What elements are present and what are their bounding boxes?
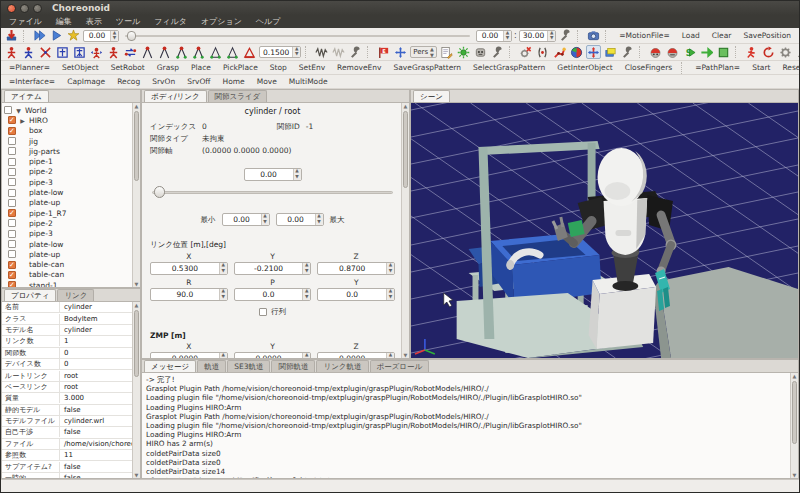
tab-SE3軌道[interactable]: SE3軌道 <box>227 360 270 372</box>
property-row[interactable]: ファイル/home/vision/choreon... <box>2 439 140 450</box>
tab-リンク[interactable]: リンク <box>57 289 94 301</box>
item-checkbox[interactable] <box>8 168 16 176</box>
property-row[interactable]: ルートリンクroot <box>2 370 140 381</box>
window-minimize-button[interactable] <box>20 4 29 13</box>
time-slider[interactable] <box>125 30 470 42</box>
toolbar-button-pathplan[interactable]: =PathPlan= <box>690 62 745 73</box>
boxed-blue-1-icon[interactable] <box>55 45 70 59</box>
property-row[interactable]: ベースリンクroot <box>2 382 140 393</box>
item-checkbox[interactable] <box>8 230 16 238</box>
item-checkbox[interactable]: ✓ <box>8 281 16 287</box>
tree-item-jig-parts[interactable]: jig-parts <box>4 146 140 156</box>
projection-select[interactable]: Pers▲▼ <box>410 46 437 58</box>
pose-red-3-icon[interactable] <box>106 45 121 59</box>
matrix-checkbox[interactable] <box>259 308 267 316</box>
toolbar-button-pickplace[interactable]: PickPlace <box>218 62 263 73</box>
item-checkbox[interactable] <box>8 189 16 197</box>
tab-ボディ/リンク[interactable]: ボディ/リンク <box>144 90 207 102</box>
property-row[interactable]: デバイス数0 <box>2 359 140 370</box>
item-checkbox[interactable] <box>8 158 16 166</box>
property-row[interactable]: リンク数1 <box>2 336 140 347</box>
toolbar-button-clear[interactable]: Clear <box>707 30 737 41</box>
tab-メッセージ[interactable]: メッセージ <box>144 360 196 372</box>
figure-red-1-icon[interactable] <box>140 45 155 59</box>
menu-編集[interactable]: 編集 <box>56 16 72 27</box>
property-row[interactable]: 名前cylinder <box>2 302 140 313</box>
burst-icon[interactable] <box>66 29 81 43</box>
property-row[interactable]: 関節数0 <box>2 348 140 359</box>
boxed-blue-2-icon[interactable] <box>72 45 87 59</box>
wrench-icon[interactable] <box>558 29 573 43</box>
ff-icon[interactable] <box>32 29 47 43</box>
property-row[interactable]: 自己干渉false <box>2 427 140 438</box>
cross-arrows-icon[interactable] <box>393 45 408 59</box>
toolbar-button-capimage[interactable]: CapImage <box>62 76 110 87</box>
tree-item-HIRO[interactable]: ✓▶HIRO <box>4 115 140 125</box>
property-row[interactable]: 一時的false <box>2 473 140 478</box>
toolbar-button-place[interactable]: Place <box>186 62 216 73</box>
wrench-icon[interactable] <box>795 45 800 59</box>
head-red-1-icon[interactable] <box>648 45 663 59</box>
menu-ヘルプ[interactable]: ヘルプ <box>256 16 281 27</box>
wrench-icon[interactable] <box>490 45 505 59</box>
message-scrollbar[interactable]: ▲▼ <box>790 373 798 478</box>
link-rot-r-spinbox[interactable]: 90.0▲▼ <box>150 288 228 301</box>
toolbar-button-load[interactable]: Load <box>677 30 705 41</box>
property-row[interactable]: モデルファイルcylinder.wrl <box>2 416 140 427</box>
item-checkbox[interactable]: ✓ <box>8 209 16 217</box>
menu-フィルタ[interactable]: フィルタ <box>154 16 187 27</box>
toolbar-button-motionfile[interactable]: =MotionFile= <box>614 30 675 41</box>
tree-item-plate-low[interactable]: plate-low <box>4 187 140 197</box>
max-spinbox[interactable]: 0.00 ▲▼ <box>276 213 324 226</box>
toolbar-button-savegrasppattern[interactable]: SaveGraspPattern <box>388 62 466 73</box>
toolbar-button-planner[interactable]: =Planner= <box>4 62 55 73</box>
item-checkbox[interactable]: ✓ <box>8 127 16 135</box>
cross-move-icon[interactable] <box>586 45 601 59</box>
tab-関節スライダ[interactable]: 関節スライダ <box>208 90 268 102</box>
wrench-icon[interactable] <box>620 45 635 59</box>
tri-green-2-icon[interactable] <box>225 45 240 59</box>
tri-green-1-icon[interactable] <box>208 45 223 59</box>
item-checkbox[interactable]: ✓ <box>8 116 16 124</box>
menu-ツール[interactable]: ツール <box>116 16 140 27</box>
sun-green-icon[interactable] <box>456 45 471 59</box>
zmp-y-spinbox[interactable]: 0.0000▲▼ <box>234 352 312 358</box>
property-row[interactable]: クラスBodyItem <box>2 313 140 324</box>
figure-green-2-icon[interactable] <box>191 45 206 59</box>
camera-icon[interactable] <box>586 29 601 43</box>
toolbar-button-setenv[interactable]: SetEnv <box>294 62 330 73</box>
item-checkbox[interactable]: ✓ <box>8 261 16 269</box>
body-panel-scrollbar[interactable]: ▲▼ <box>401 103 409 358</box>
tree-item-pipe-3[interactable]: pipe-3 <box>4 229 140 239</box>
toolbar-button-stop[interactable]: Stop <box>265 62 292 73</box>
toolbar-button-setrobot[interactable]: SetRobot <box>106 62 150 73</box>
toolbar-button-multimode[interactable]: MultiMode <box>284 76 333 87</box>
min-spinbox[interactable]: 0.00 ▲▼ <box>222 213 270 226</box>
link-pos-x-spinbox[interactable]: 0.5300▲▼ <box>150 262 228 275</box>
window-close-button[interactable] <box>7 4 16 13</box>
gear-gray-icon[interactable] <box>778 45 793 59</box>
link-pos-z-spinbox[interactable]: 0.8700▲▼ <box>317 262 395 275</box>
property-row[interactable]: モデル名cylinder <box>2 325 140 336</box>
item-checkbox[interactable] <box>8 178 16 186</box>
save-icon[interactable] <box>4 29 19 43</box>
toolbar-button-saveposition[interactable]: SavePosition <box>738 30 796 41</box>
link-pos-y-spinbox[interactable]: -0.2100▲▼ <box>234 262 312 275</box>
figure-red-2-icon[interactable] <box>157 45 172 59</box>
property-row[interactable]: 参照数11 <box>2 450 140 461</box>
item-checkbox[interactable] <box>8 240 16 248</box>
toolbar-button-recog[interactable]: Recog <box>112 76 145 87</box>
tab-items[interactable]: アイテム <box>4 90 49 102</box>
head-red-2-icon[interactable] <box>665 45 680 59</box>
tree-item-jig[interactable]: jig <box>4 136 140 146</box>
arrow-green-icon[interactable] <box>699 45 714 59</box>
figure-green-1-icon[interactable] <box>174 45 189 59</box>
property-row[interactable]: 静的モデルfalse <box>2 405 140 416</box>
menu-ファイル[interactable]: ファイル <box>9 16 42 27</box>
toolbar-spinbox[interactable]: 30.00▲▼ <box>519 30 556 42</box>
layers-icon[interactable] <box>603 45 618 59</box>
play-icon[interactable] <box>49 29 64 43</box>
tree-item-pipe-2[interactable]: pipe-2 <box>4 167 140 177</box>
move-red-icon[interactable] <box>89 45 104 59</box>
item-checkbox[interactable] <box>8 199 16 207</box>
